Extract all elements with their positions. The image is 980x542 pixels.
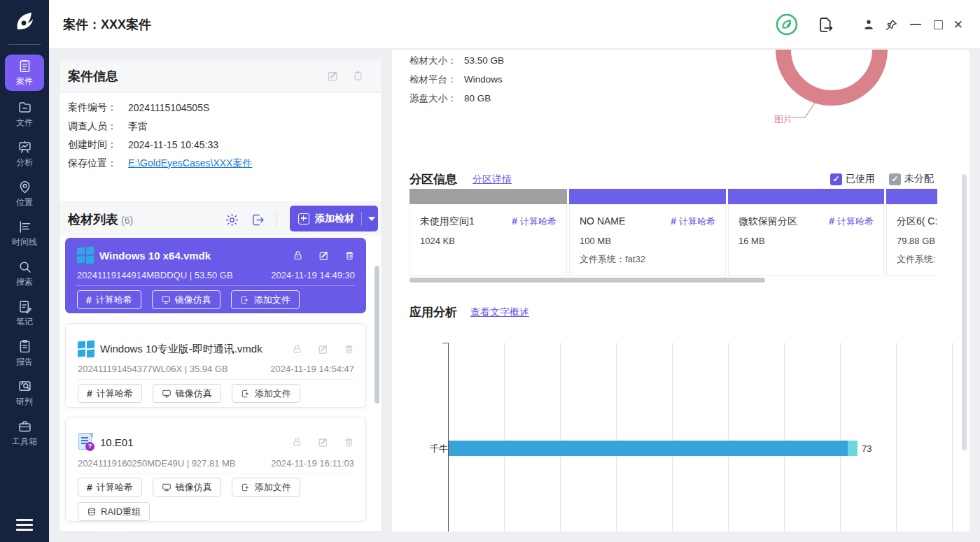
- raid-button[interactable]: RAID重组: [78, 502, 150, 521]
- partition-card[interactable]: 微软保留分区 # 计算哈希 16 MB: [728, 189, 884, 276]
- field-label: 案件编号：: [68, 101, 128, 114]
- settings-icon[interactable]: [225, 213, 239, 227]
- trash-icon[interactable]: [344, 437, 354, 448]
- sidebar-item-label: 文件: [16, 117, 33, 129]
- mirror-button[interactable]: 镜像仿真: [153, 478, 221, 497]
- hash-button[interactable]: #计算哈希: [78, 478, 142, 497]
- leaf-logo-icon: [10, 8, 38, 36]
- evidence-count: (6): [121, 215, 133, 226]
- app-logo[interactable]: [0, 0, 49, 45]
- evidence-header: 检材列表(6) 添加检材: [59, 201, 382, 236]
- edit-icon[interactable]: [327, 70, 339, 82]
- hash-icon: #: [87, 388, 92, 399]
- sidebar-item-location[interactable]: 位置: [5, 176, 44, 212]
- overview-fields: 检材大小： 53.50 GB 检材平台： Windows 源盘大小： 80 GB: [410, 51, 504, 108]
- save-path-link[interactable]: E:\GoldEyesCases\XXX案件: [128, 157, 252, 170]
- partition-detail-link[interactable]: 分区详情: [472, 173, 512, 186]
- edit-icon[interactable]: [318, 437, 328, 448]
- hash-icon: #: [87, 482, 92, 493]
- bar-value-label: 73: [862, 443, 872, 454]
- sidebar-item-notes[interactable]: 笔记: [5, 295, 44, 331]
- notes-icon: [18, 299, 32, 314]
- search-icon: [18, 259, 32, 274]
- add-file-button[interactable]: 添加文件: [231, 290, 300, 309]
- export-icon[interactable]: [251, 213, 265, 227]
- user-icon[interactable]: [862, 18, 875, 31]
- partition-hash-link[interactable]: # 计算哈希: [512, 215, 556, 228]
- add-file-icon: [241, 389, 251, 399]
- add-evidence-button[interactable]: 添加检材: [290, 206, 378, 231]
- partition-size: 16 MB: [738, 236, 874, 246]
- close-icon[interactable]: ✕: [953, 19, 963, 31]
- windows-logo-icon: [77, 247, 94, 264]
- evidence-meta: 20241119160250MDE49U | 927.81 MB: [78, 458, 236, 469]
- question-badge-icon: ?: [85, 442, 94, 451]
- field-value: 2024-11-15 10:45:33: [128, 139, 218, 150]
- sidebar-item-label: 搜索: [16, 276, 33, 288]
- field-value: 李雷: [128, 120, 148, 133]
- sidebar-item-search[interactable]: 搜索: [5, 255, 44, 292]
- menu-toggle[interactable]: [0, 514, 49, 535]
- sidebar-item-toolbox[interactable]: 工具箱: [5, 415, 44, 451]
- evidence-card[interactable]: Windows 10专业版-即时通讯.vmdk 202411191454377W…: [65, 323, 366, 408]
- pin-icon[interactable]: [885, 18, 898, 31]
- hash-button[interactable]: #计算哈希: [77, 290, 141, 309]
- edit-icon[interactable]: [318, 344, 328, 355]
- export-file-icon[interactable]: [817, 16, 834, 34]
- sidebar-item-review[interactable]: 研判: [5, 375, 44, 411]
- partition-size: 79.88 GB: [897, 236, 937, 246]
- partition-card[interactable]: 分区6( C: ) 79.88 GB 文件系统:: [886, 189, 937, 276]
- partition-card[interactable]: NO NAME # 计算哈希 100 MB 文件系统：fat32: [569, 189, 726, 276]
- copy-icon[interactable]: [353, 70, 363, 82]
- trash-icon[interactable]: [344, 250, 355, 261]
- sidebar-item-analysis[interactable]: 分析: [5, 136, 44, 172]
- detail-scrollbar[interactable]: [962, 174, 967, 450]
- hamburger-icon: [16, 519, 33, 521]
- save-path-row: 保存位置： E:\GoldEyesCases\XXX案件: [68, 155, 252, 173]
- sidebar-item-files[interactable]: 文件: [5, 96, 44, 132]
- partition-card[interactable]: 未使用空间1 # 计算哈希 1024 KB: [410, 189, 567, 276]
- leaf-badge-icon[interactable]: [775, 13, 799, 36]
- app-analysis-title: 应用分析: [410, 304, 457, 320]
- evidence-name: Windows 10专业版-即时通讯.vmdk: [100, 343, 262, 356]
- add-file-button[interactable]: 添加文件: [232, 384, 300, 403]
- evidence-scrollbar[interactable]: [374, 266, 379, 404]
- minimize-icon[interactable]: [904, 24, 927, 25]
- add-file-button[interactable]: 添加文件: [232, 478, 300, 497]
- lock-icon[interactable]: [293, 250, 303, 261]
- edit-icon[interactable]: [318, 250, 329, 261]
- evidence-card[interactable]: ? 10.E01 20241119160250MDE49U | 927.81 M…: [65, 417, 366, 522]
- monitor-icon: [162, 389, 172, 399]
- partition-hash-link[interactable]: # 计算哈希: [829, 215, 874, 228]
- sidebar-item-report[interactable]: 报告: [5, 335, 44, 371]
- lock-icon[interactable]: [292, 437, 302, 448]
- mirror-button[interactable]: 镜像仿真: [153, 384, 221, 403]
- checkbox-checked-icon: ✓: [830, 173, 842, 185]
- created-time-row: 创建时间： 2024-11-15 10:45:33: [68, 136, 252, 155]
- filter-unallocated-checkbox[interactable]: ✓ 未分配: [889, 173, 934, 185]
- hash-icon: #: [671, 215, 679, 227]
- sidebar-item-label: 报告: [16, 356, 33, 368]
- evidence-meta: 202411191454377WL06X | 35.94 GB: [78, 364, 228, 374]
- app-analysis-overview-link[interactable]: 查看文字概述: [470, 306, 529, 319]
- maximize-icon[interactable]: [927, 20, 949, 29]
- field-label: 创建时间：: [68, 138, 128, 151]
- monitor-icon: [162, 483, 172, 492]
- chevron-down-icon[interactable]: [368, 217, 375, 221]
- trash-icon[interactable]: [344, 344, 354, 355]
- partition-hash-link[interactable]: # 计算哈希: [671, 215, 715, 228]
- partition-name: 未使用空间1: [420, 215, 475, 228]
- add-evidence-label: 添加检材: [315, 213, 354, 225]
- toolbox-icon: [18, 419, 32, 434]
- sidebar-item-timeline[interactable]: 时间线: [5, 215, 44, 252]
- evidence-card[interactable]: Windows 10 x64.vmdk 20241119144914MBDDQU…: [65, 238, 366, 313]
- evidence-time: 2024-11-19 16:11:03: [271, 458, 354, 469]
- sidebar-item-case[interactable]: 案件: [5, 55, 44, 91]
- partition-hscrollbar[interactable]: [410, 278, 765, 283]
- raid-icon: [87, 507, 97, 517]
- mirror-button[interactable]: 镜像仿真: [152, 290, 220, 309]
- hash-button[interactable]: #计算哈希: [78, 384, 142, 403]
- lock-icon[interactable]: [292, 344, 302, 355]
- filter-used-checkbox[interactable]: ✓ 已使用: [830, 173, 875, 185]
- sidebar: 案件 文件 分析 位置 时间线 搜索 笔记 报告: [0, 0, 49, 542]
